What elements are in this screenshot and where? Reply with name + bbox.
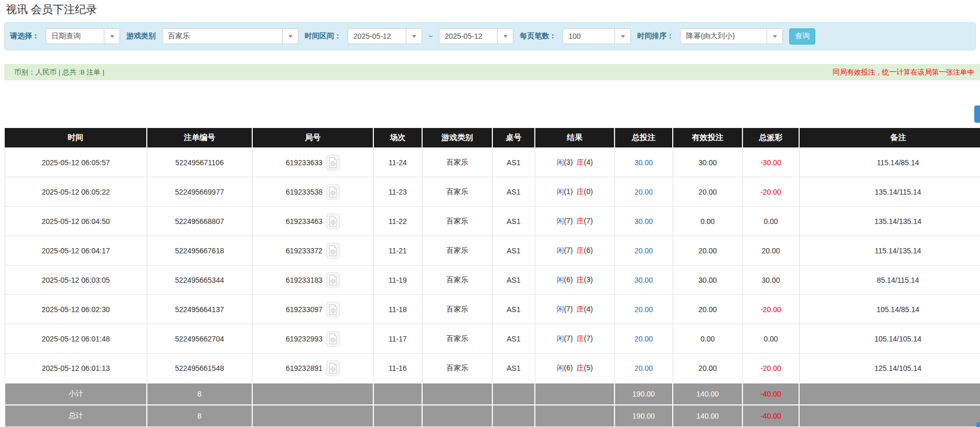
chevron-down-icon[interactable]	[282, 29, 298, 44]
cell-total-bet[interactable]: 20.00	[615, 236, 673, 265]
cell-note: 105.14/105.14	[799, 324, 980, 354]
header-payout: 总派彩	[742, 128, 799, 148]
video-file-icon[interactable]	[326, 184, 340, 200]
header-game-type: 游戏类别	[422, 128, 492, 148]
cell-total-bet[interactable]: 20.00	[615, 295, 673, 324]
chevron-down-icon[interactable]	[615, 29, 630, 44]
total-label: 总计	[5, 405, 147, 427]
cell-session: 11-17	[373, 324, 422, 354]
cell-game-type: 百家乐	[422, 207, 492, 236]
cell-total-bet[interactable]: 30.00	[615, 207, 673, 236]
cell-session: 11-23	[373, 177, 422, 207]
video-file-icon[interactable]	[326, 360, 340, 376]
cell-payout: -20.00	[742, 177, 799, 207]
sort-select[interactable]: 降幂(由大到小)	[680, 28, 783, 44]
cell-table-no: AS1	[492, 324, 535, 354]
total-valid-bet: 140.00	[673, 405, 742, 427]
query-type-select[interactable]: 日期查询	[46, 28, 120, 44]
cell-session: 11-18	[373, 295, 422, 324]
result-banker: 庄	[577, 364, 584, 372]
table-row: 2025-05-12 06:05:22 522495669977 6192335…	[5, 177, 980, 207]
cell-total-bet[interactable]: 30.00	[615, 265, 673, 295]
date-to-select[interactable]: 2025-05-12	[439, 28, 513, 44]
cell-round-no: 619233097	[252, 295, 373, 324]
video-file-icon[interactable]	[326, 272, 340, 288]
summary-bar: 币别：人民币 | 总共 :8 注单 | 同局有效投注，统一计算在该局第一张注单中	[4, 64, 980, 80]
filter-panel: 请选择： 日期查询 游戏类别 百家乐 时间区间： 2025-05-12 ~ 20…	[4, 22, 976, 50]
cell-result: 闲(7)庄(6)	[535, 236, 615, 265]
cell-table-no: AS1	[492, 177, 535, 207]
cell-bet-no: 522495664137	[147, 295, 252, 324]
cell-time: 2025-05-12 06:04:50	[5, 207, 147, 236]
cell-time: 2025-05-12 06:01:48	[5, 324, 147, 354]
video-file-icon[interactable]	[326, 214, 340, 229]
cell-bet-no: 522495662704	[147, 324, 252, 354]
chevron-down-icon[interactable]	[767, 29, 782, 44]
cell-total-bet[interactable]: 20.00	[615, 177, 673, 207]
cell-round-no: 619233183	[252, 265, 373, 295]
result-player: 闲	[556, 187, 564, 196]
export-button-partial[interactable]	[974, 105, 980, 123]
result-player: 闲	[556, 158, 564, 166]
empty-cell	[252, 383, 373, 405]
result-banker-count: (3)	[584, 275, 593, 284]
total-count: 8	[147, 405, 252, 427]
video-file-icon[interactable]	[326, 302, 340, 317]
cell-total-bet[interactable]: 20.00	[615, 354, 673, 383]
result-player-count: (6)	[564, 364, 573, 372]
chevron-down-icon[interactable]	[497, 29, 513, 44]
result-banker: 庄	[577, 305, 584, 313]
header-result: 结果	[535, 128, 615, 148]
cell-valid-bet: 20.00	[673, 236, 742, 265]
cell-session: 11-22	[373, 207, 422, 236]
video-file-icon[interactable]	[326, 155, 340, 170]
empty-cell	[373, 383, 422, 405]
game-type-select[interactable]: 百家乐	[162, 28, 298, 44]
cell-session: 11-16	[373, 354, 422, 383]
video-file-icon[interactable]	[326, 243, 340, 259]
result-banker: 庄	[577, 246, 584, 254]
cell-time: 2025-05-12 06:04:17	[5, 236, 147, 265]
bet-records-table: 时间 注单编号 局号 场次 游戏类别 桌号 结果 总投注 有效投注 总派彩 备注…	[4, 128, 980, 427]
cell-round-no: 619233633	[252, 148, 373, 177]
round-no-text: 619233097	[286, 305, 322, 314]
cell-valid-bet: 30.00	[673, 265, 742, 295]
cell-session: 11-19	[373, 265, 422, 295]
cell-payout: 0.00	[742, 324, 799, 354]
cell-table-no: AS1	[492, 354, 535, 383]
cell-game-type: 百家乐	[422, 148, 492, 177]
cell-result: 闲(7)庄(7)	[535, 324, 615, 354]
cell-total-bet[interactable]: 20.00	[615, 324, 673, 354]
date-from-select[interactable]: 2025-05-12	[348, 28, 422, 44]
cell-note: 85.14/115.14	[799, 265, 980, 295]
search-button[interactable]: 查询	[789, 28, 815, 45]
cell-time: 2025-05-12 06:02:30	[5, 295, 147, 324]
header-note: 备注	[799, 128, 980, 148]
cell-valid-bet: 30.00	[673, 148, 742, 177]
total-payout: -40.00	[742, 405, 799, 427]
result-banker-count: (5)	[584, 364, 593, 372]
result-player: 闲	[556, 334, 564, 343]
cell-bet-no: 522495661548	[147, 354, 252, 383]
table-row: 2025-05-12 06:03:05 522495665344 6192331…	[5, 265, 980, 295]
round-no-text: 619233372	[286, 247, 322, 255]
table-row: 2025-05-12 06:01:48 522495662704 6192329…	[5, 324, 980, 354]
result-banker: 庄	[577, 158, 584, 166]
query-type-label: 请选择：	[10, 31, 39, 41]
cell-valid-bet: 20.00	[673, 354, 742, 383]
total-row: 总计 8 190.00 140.00 -40.00	[5, 405, 980, 427]
subtotal-valid-bet: 140.00	[673, 383, 742, 405]
video-file-icon[interactable]	[326, 331, 340, 347]
cell-valid-bet: 0.00	[673, 207, 742, 236]
chevron-down-icon[interactable]	[104, 29, 120, 44]
cell-payout: 0.00	[742, 207, 799, 236]
cell-table-no: AS1	[492, 207, 535, 236]
result-banker: 庄	[577, 334, 584, 343]
cell-total-bet[interactable]: 30.00	[615, 148, 673, 177]
bottom-right-button-partial[interactable]	[976, 422, 980, 427]
page-size-select[interactable]: 100	[563, 28, 631, 44]
cell-game-type: 百家乐	[422, 265, 492, 295]
chevron-down-icon[interactable]	[406, 29, 422, 44]
cell-note: 115.14/135.14	[799, 236, 980, 265]
result-player-count: (7)	[564, 305, 573, 313]
